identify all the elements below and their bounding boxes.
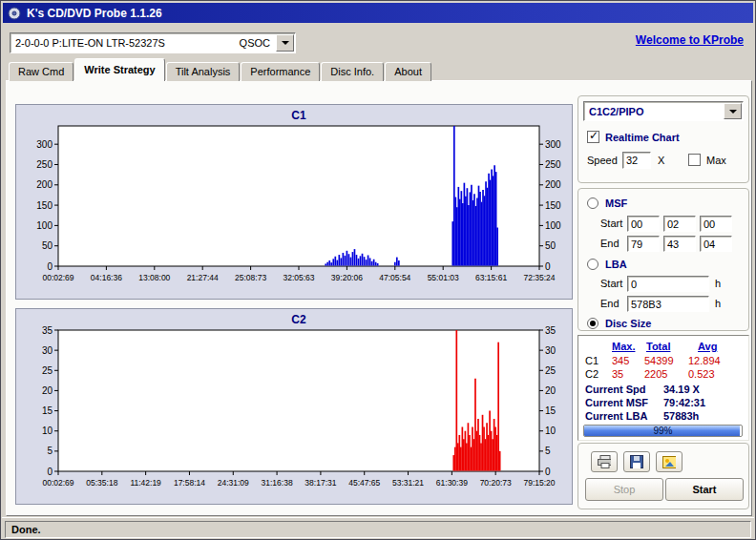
tab-tilt-analysis[interactable]: Tilt Analysis xyxy=(166,62,241,81)
current-spd-value: 34.19 X xyxy=(663,384,700,395)
svg-text:250: 250 xyxy=(36,159,52,170)
svg-text:20: 20 xyxy=(545,385,556,396)
stop-button[interactable]: Stop xyxy=(585,478,663,501)
svg-text:25:08:73: 25:08:73 xyxy=(235,273,266,282)
disc-size-label: Disc Size xyxy=(605,318,651,329)
msf-radio[interactable] xyxy=(587,197,598,209)
msf-end-min-input[interactable] xyxy=(627,236,660,252)
tab-page-write-strategy: C100505010010015015020020025025030030000… xyxy=(6,80,752,516)
current-msf-label: Current MSF xyxy=(585,397,648,408)
drive-select-value: 2-0-0-0 P:LITE-ON LTR-52327S xyxy=(10,37,240,49)
lba-start-label: Start xyxy=(600,278,622,289)
start-button[interactable]: Start xyxy=(665,478,744,501)
progress-bar: 99% xyxy=(583,425,743,437)
svg-text:15: 15 xyxy=(42,405,53,416)
tab-write-strategy[interactable]: Write Strategy xyxy=(74,58,164,81)
mode-select-value: C1C2/PIPO xyxy=(584,106,723,117)
svg-text:0: 0 xyxy=(47,467,52,477)
mode-select[interactable]: C1C2/PIPO xyxy=(583,101,744,121)
realtime-chart-label: Realtime Chart xyxy=(605,132,680,143)
svg-text:100: 100 xyxy=(36,220,52,231)
svg-text:63:15:61: 63:15:61 xyxy=(475,273,507,282)
msf-start-label: Start xyxy=(600,218,622,229)
msf-end-frame-input[interactable] xyxy=(700,236,732,252)
export-image-icon xyxy=(662,456,676,468)
svg-text:11:42:19: 11:42:19 xyxy=(130,478,161,488)
svg-text:35: 35 xyxy=(42,325,53,336)
progress-bar-label: 99% xyxy=(584,425,742,437)
print-button[interactable] xyxy=(591,451,618,472)
svg-text:72:35:24: 72:35:24 xyxy=(523,273,555,282)
svg-text:200: 200 xyxy=(36,179,52,190)
speed-unit-label: X xyxy=(658,155,664,166)
tab-raw-cmd[interactable]: Raw Cmd xyxy=(9,62,74,81)
c2-chart: C2005510101515202025253030353500:02:6905… xyxy=(15,308,573,505)
msf-start-sec-input[interactable] xyxy=(663,216,696,232)
svg-text:300: 300 xyxy=(545,139,561,150)
msf-end-sec-input[interactable] xyxy=(663,236,696,252)
svg-text:0: 0 xyxy=(545,261,551,272)
svg-text:47:05:54: 47:05:54 xyxy=(379,273,410,282)
max-speed-label: Max xyxy=(706,155,726,166)
save-button[interactable] xyxy=(623,451,650,472)
stats-header-avg: Avg xyxy=(698,341,717,352)
svg-text:250: 250 xyxy=(545,159,561,170)
svg-text:100: 100 xyxy=(545,220,561,231)
c1-total-value: 54399 xyxy=(644,355,674,366)
svg-text:61:30:39: 61:30:39 xyxy=(436,478,468,488)
speed-label: Speed xyxy=(587,155,618,166)
svg-text:50: 50 xyxy=(545,240,556,251)
lba-start-unit: h xyxy=(715,278,721,289)
msf-end-label: End xyxy=(600,238,620,249)
svg-text:20: 20 xyxy=(42,385,53,396)
svg-text:38:17:31: 38:17:31 xyxy=(304,478,336,488)
drive-select-tag: QSOC xyxy=(240,37,275,49)
current-lba-label: Current LBA xyxy=(585,410,647,422)
svg-text:25: 25 xyxy=(42,365,53,376)
msf-start-min-input[interactable] xyxy=(627,216,660,232)
svg-text:17:58:14: 17:58:14 xyxy=(174,478,205,488)
realtime-chart-checkbox[interactable] xyxy=(587,131,599,143)
c1-row-label: C1 xyxy=(585,355,598,366)
stats-header-total: Total xyxy=(646,341,670,352)
svg-text:32:05:63: 32:05:63 xyxy=(283,273,314,282)
disc-size-radio[interactable] xyxy=(587,318,598,329)
export-image-button[interactable] xyxy=(656,451,682,472)
tab-about[interactable]: About xyxy=(385,62,431,81)
svg-text:10: 10 xyxy=(545,426,556,436)
svg-text:5: 5 xyxy=(545,446,551,456)
app-window: K's CD/DVD Probe 1.1.26 2-0-0-0 P:LITE-O… xyxy=(0,0,756,540)
lba-start-input[interactable] xyxy=(627,276,709,292)
svg-text:5: 5 xyxy=(47,446,52,456)
svg-text:35: 35 xyxy=(545,325,556,336)
svg-text:79:15:20: 79:15:20 xyxy=(523,478,555,488)
max-speed-checkbox[interactable] xyxy=(688,154,701,166)
tab-performance[interactable]: Performance xyxy=(241,62,320,81)
svg-text:150: 150 xyxy=(545,200,561,211)
svg-text:55:01:03: 55:01:03 xyxy=(428,273,459,282)
status-text: Done. xyxy=(5,521,751,538)
svg-text:200: 200 xyxy=(545,179,561,190)
lba-end-input[interactable] xyxy=(627,296,709,312)
svg-text:300: 300 xyxy=(36,139,52,150)
lba-end-label: End xyxy=(600,298,620,309)
tab-disc-info[interactable]: Disc Info. xyxy=(321,62,384,81)
chevron-down-icon xyxy=(282,41,289,45)
drive-select[interactable]: 2-0-0-0 P:LITE-ON LTR-52327S QSOC xyxy=(10,32,296,53)
speed-input[interactable] xyxy=(622,152,651,169)
svg-text:53:31:21: 53:31:21 xyxy=(392,478,424,488)
title-bar: K's CD/DVD Probe 1.1.26 xyxy=(3,3,753,23)
svg-text:00:02:69: 00:02:69 xyxy=(42,478,74,488)
svg-text:24:31:09: 24:31:09 xyxy=(218,478,249,488)
mode-select-dropdown-button[interactable] xyxy=(724,103,742,119)
msf-label: MSF xyxy=(605,197,627,209)
c2-max-value: 35 xyxy=(612,368,623,380)
svg-text:C1: C1 xyxy=(291,109,306,122)
welcome-link[interactable]: Welcome to KProbe xyxy=(636,33,744,47)
msf-start-frame-input[interactable] xyxy=(700,216,732,232)
app-icon xyxy=(8,7,21,20)
svg-text:50: 50 xyxy=(42,240,53,251)
lba-radio[interactable] xyxy=(587,259,598,270)
svg-text:00:02:69: 00:02:69 xyxy=(42,273,74,282)
drive-select-dropdown-button[interactable] xyxy=(276,34,294,52)
